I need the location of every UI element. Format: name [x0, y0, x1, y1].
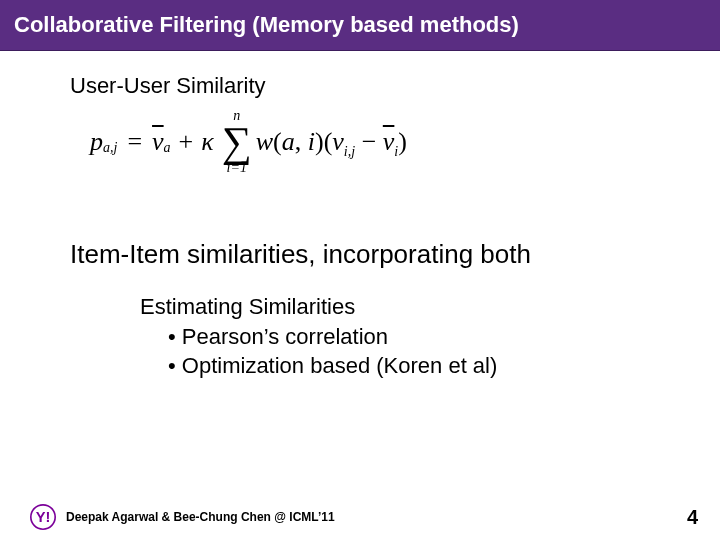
slide-title-bar: Collaborative Filtering (Memory based me… — [0, 0, 720, 51]
estimating-block: Estimating Similarities • Pearson’s corr… — [140, 292, 720, 381]
formula-vbar-a: v — [152, 127, 164, 157]
formula-block: pa,j = va + κ n ∑ i=1 w(a, i)(vi,j − vi) — [90, 109, 720, 219]
formula-plus: + — [179, 127, 194, 157]
formula: pa,j = va + κ n ∑ i=1 w(a, i)(vi,j − vi) — [90, 109, 720, 175]
footer-credit: Deepak Agarwal & Bee-Chung Chen @ ICML’1… — [66, 510, 335, 524]
formula-vbar-i-sub: i — [394, 144, 398, 159]
formula-lhs-sub: a,j — [103, 140, 117, 156]
formula-paren-close: ) — [398, 127, 407, 156]
yahoo-logo-icon: Y! — [30, 504, 56, 530]
slide-title: Collaborative Filtering (Memory based me… — [14, 12, 519, 37]
formula-lhs-p: p — [90, 127, 103, 157]
formula-w-i: i — [308, 127, 315, 156]
estimating-heading: Estimating Similarities — [140, 292, 720, 322]
formula-eq: = — [127, 127, 142, 157]
formula-w-open: ( — [273, 127, 282, 156]
footer-left: Y! Deepak Agarwal & Bee-Chung Chen @ ICM… — [30, 504, 335, 530]
formula-kappa: κ — [201, 127, 213, 157]
formula-paren-open: ( — [324, 127, 333, 156]
formula-vbar-a-sub: a — [164, 140, 171, 156]
sigma-block: n ∑ i=1 — [222, 109, 252, 175]
section-item-item: Item-Item similarities, incorporating bo… — [70, 239, 720, 270]
formula-w: w — [256, 127, 273, 156]
formula-vbar-i: v — [383, 127, 395, 156]
formula-rhs: w(a, i)(vi,j − vi) — [256, 127, 407, 157]
bullet-pearson: • Pearson’s correlation — [168, 322, 720, 352]
section-user-user: User-User Similarity — [70, 73, 720, 99]
bullet-optimization: • Optimization based (Koren et al) — [168, 351, 720, 381]
sigma-symbol: ∑ — [222, 125, 252, 159]
page-number: 4 — [687, 506, 698, 529]
formula-w-a: a — [282, 127, 295, 156]
formula-v: v — [332, 127, 344, 156]
slide-body: User-User Similarity pa,j = va + κ n ∑ i… — [0, 73, 720, 381]
formula-minus: − — [355, 127, 383, 156]
formula-w-comma: , — [295, 127, 308, 156]
sigma-bottom: i=1 — [227, 161, 247, 175]
svg-text:Y!: Y! — [36, 509, 51, 525]
slide-footer: Y! Deepak Agarwal & Bee-Chung Chen @ ICM… — [0, 504, 720, 530]
formula-v-sub: i,j — [344, 144, 355, 159]
formula-w-close: ) — [315, 127, 324, 156]
